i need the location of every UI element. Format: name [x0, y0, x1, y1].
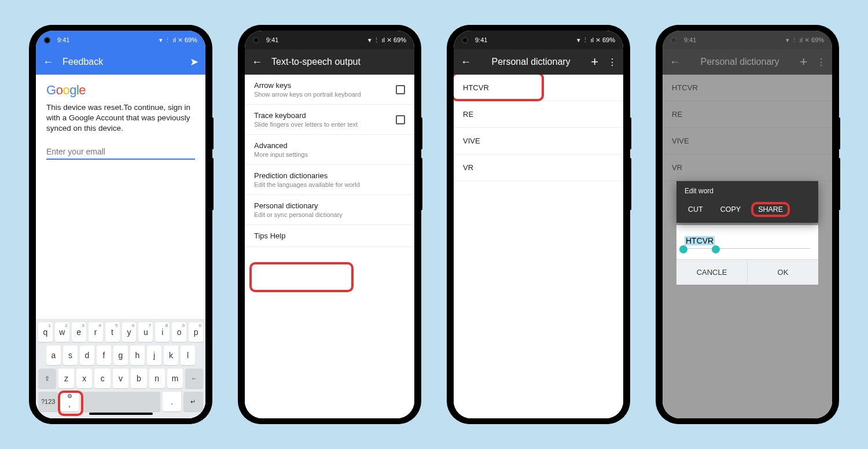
add-icon[interactable]: + — [591, 54, 598, 69]
edit-word-panel: HTCVR CANCLE OK — [676, 225, 818, 285]
setting-title: Trace keyboard — [254, 111, 396, 120]
status-battery: 69% — [602, 36, 615, 43]
status-time: 9:41 — [266, 36, 278, 43]
key-z[interactable]: z — [58, 369, 74, 388]
dict-word-1[interactable]: RE — [454, 101, 623, 128]
reset-message: This device was reset.To continue, sign … — [46, 102, 195, 134]
status-bar: 9:41 ▾ ⋮ ıl ⨯ 69% — [454, 31, 623, 49]
cancel-button[interactable]: CANCLE — [676, 260, 747, 285]
setting-row-4[interactable]: Personal dictionaryEdit or sync personal… — [245, 195, 414, 225]
setting-row-3[interactable]: Prediction dictionariesEdit the language… — [245, 165, 414, 195]
more-icon[interactable]: ⋮ — [608, 57, 616, 68]
status-bar: 9:41 ▾ ⋮ ıl ⨯ 69% — [36, 31, 205, 49]
key-t[interactable]: t5 — [105, 322, 120, 342]
key-f[interactable]: f — [97, 345, 111, 365]
status-icons: ▾ ⋮ ıl ⨯ — [159, 36, 183, 44]
key-u[interactable]: u7 — [138, 322, 153, 342]
status-icons: ▾ ⋮ ıl ⨯ — [368, 36, 392, 44]
dict-word-3[interactable]: VR — [454, 154, 623, 181]
key-p[interactable]: p0 — [189, 322, 203, 342]
key-b[interactable]: b — [131, 369, 146, 388]
key-d[interactable]: d — [80, 345, 94, 365]
key-m[interactable]: m — [167, 369, 183, 388]
setting-row-2[interactable]: AdvancedMore input settings — [245, 135, 414, 165]
key-n[interactable]: n — [149, 369, 165, 388]
key-s[interactable]: s — [63, 345, 78, 365]
setting-title: Arrow keys — [254, 81, 396, 90]
key-w[interactable]: w2 — [55, 322, 69, 342]
enter-key[interactable]: ↵ — [183, 392, 203, 411]
app-bar: ← Text-to-speech output — [245, 49, 414, 75]
key-c[interactable]: c — [94, 369, 110, 388]
setting-subtitle: Edit the languages available for world — [254, 181, 405, 188]
page-title: Personal dictionary — [480, 57, 582, 67]
key-i[interactable]: i8 — [155, 322, 170, 342]
cut-button[interactable]: CUT — [681, 202, 710, 217]
home-indicator[interactable] — [89, 413, 153, 415]
setting-title: Tips Help — [254, 231, 405, 240]
camera-hole-icon — [253, 37, 259, 43]
setting-subtitle: Slide fingers over letters to enter text — [254, 121, 396, 128]
status-bar: 9:41 ▾ ⋮ ıl ⨯ 69% — [245, 31, 414, 49]
ok-button[interactable]: OK — [747, 260, 818, 285]
back-icon[interactable]: ← — [461, 56, 471, 68]
key-e[interactable]: e3 — [72, 322, 86, 342]
dict-word-2[interactable]: VIVE — [454, 128, 623, 154]
email-field[interactable] — [46, 145, 195, 160]
context-menu: Edit word CUT COPY SHARE — [676, 181, 818, 223]
app-bar: ← Feedback ➤ — [36, 49, 205, 75]
selection-handle-right[interactable] — [712, 245, 720, 253]
key-h[interactable]: h — [130, 345, 145, 365]
context-menu-title: Edit word — [676, 181, 818, 198]
backspace-key[interactable]: ← — [185, 369, 203, 388]
space-key[interactable] — [81, 392, 161, 411]
setting-row-0[interactable]: Arrow keysShow arrow keys on portrait ke… — [245, 75, 414, 105]
setting-row-1[interactable]: Trace keyboardSlide fingers over letters… — [245, 105, 414, 135]
key-q[interactable]: q1 — [38, 322, 53, 342]
key-j[interactable]: j — [147, 345, 161, 365]
key-k[interactable]: k — [164, 345, 178, 365]
status-battery: 69% — [393, 36, 406, 43]
key-g[interactable]: g — [113, 345, 128, 365]
app-bar: ← Personal dictionary + ⋮ — [454, 49, 623, 75]
dict-word-0[interactable]: HTCVR — [454, 75, 623, 101]
key-l[interactable]: l — [181, 345, 195, 365]
shift-key[interactable]: ⇧ — [38, 369, 56, 388]
camera-hole-icon — [462, 37, 468, 43]
phone-3: 9:41 ▾ ⋮ ıl ⨯ 69% ← Personal dictionary … — [448, 25, 629, 424]
back-icon[interactable]: ← — [43, 56, 53, 68]
back-icon[interactable]: ← — [252, 56, 262, 68]
send-icon[interactable]: ➤ — [190, 56, 198, 68]
soft-keyboard[interactable]: q1w2e3r4t5y6u7i8o9p0 asdfghjkl ⇧ zxcvbnm… — [36, 319, 205, 418]
modal-dim — [663, 31, 832, 418]
google-logo: Google — [46, 83, 195, 98]
phone-4: 9:41 ▾ ⋮ ıl ⨯ 69% ← Personal dictionary … — [657, 25, 838, 424]
setting-row-5[interactable]: Tips Help — [245, 225, 414, 247]
key-v[interactable]: v — [113, 369, 128, 388]
period-key[interactable]: . — [163, 392, 181, 411]
key-y[interactable]: y6 — [122, 322, 137, 342]
key-o[interactable]: o9 — [172, 322, 186, 342]
setting-subtitle: Edit or sync personal dictionary — [254, 211, 405, 218]
symbols-key[interactable]: ?123 — [38, 392, 58, 411]
checkbox[interactable] — [396, 85, 405, 94]
camera-hole-icon — [44, 37, 50, 43]
setting-subtitle: Show arrow keys on portrait keyboard — [254, 91, 396, 98]
key-r[interactable]: r4 — [89, 322, 103, 342]
key-a[interactable]: a — [46, 345, 61, 365]
comma-gear-key[interactable]: ⚙, — [60, 392, 78, 411]
checkbox[interactable] — [396, 115, 405, 124]
phone-1: 9:41 ▾ ⋮ ıl ⨯ 69% ← Feedback ➤ Google Th… — [30, 25, 211, 424]
phone-2: 9:41 ▾ ⋮ ıl ⨯ 69% ← Text-to-speech outpu… — [239, 25, 420, 424]
key-x[interactable]: x — [76, 369, 92, 388]
copy-button[interactable]: COPY — [713, 202, 748, 217]
status-time: 9:41 — [475, 36, 487, 43]
highlight-personal-dictionary — [249, 262, 354, 292]
share-button[interactable]: SHARE — [751, 202, 790, 217]
setting-title: Personal dictionary — [254, 201, 405, 210]
status-time: 9:41 — [57, 36, 69, 43]
page-title: Feedback — [62, 57, 181, 67]
status-battery: 69% — [185, 36, 197, 43]
selected-word[interactable]: HTCVR — [685, 236, 715, 245]
selection-handle-left[interactable] — [679, 245, 687, 253]
